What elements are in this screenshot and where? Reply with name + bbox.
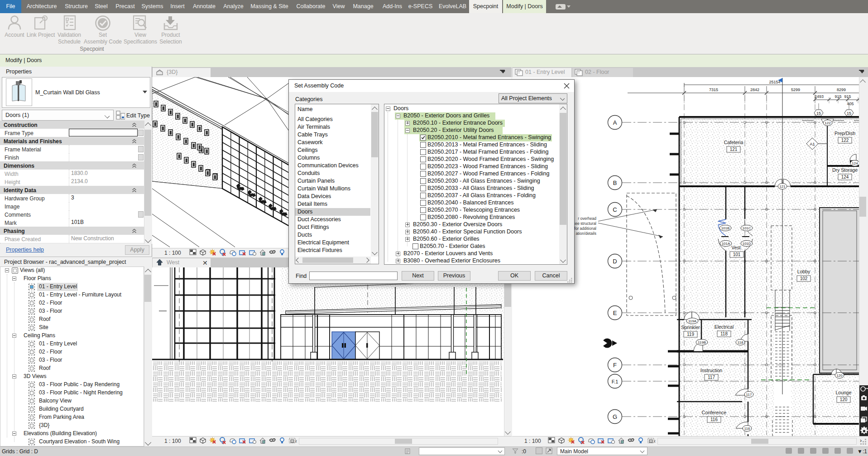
svg-text:915: 915 xyxy=(844,94,851,99)
svg-text:5299: 5299 xyxy=(791,87,800,92)
svg-text:2493: 2493 xyxy=(815,94,824,99)
svg-text:Sprinkler: Sprinkler xyxy=(681,325,700,330)
svg-text:101B: 101B xyxy=(721,226,730,230)
svg-text:119A: 119A xyxy=(688,319,697,323)
svg-text:r overhead: r overhead xyxy=(578,216,596,221)
svg-text:F.1: F.1 xyxy=(612,379,619,384)
svg-text:Lounge: Lounge xyxy=(835,390,851,395)
svg-text:122: 122 xyxy=(841,138,849,143)
svg-text:120: 120 xyxy=(836,374,843,378)
svg-text:915: 915 xyxy=(834,94,841,99)
svg-text:B: B xyxy=(613,179,617,186)
svg-text:116: 116 xyxy=(710,417,718,422)
svg-text:122: 122 xyxy=(825,121,831,125)
svg-text:Instruction: Instruction xyxy=(700,368,723,373)
svg-text:124: 124 xyxy=(852,161,858,165)
svg-text:A1: A1 xyxy=(810,141,815,146)
svg-text:117: 117 xyxy=(708,375,715,380)
svg-text:E: E xyxy=(613,310,617,316)
svg-text:for additional: for additional xyxy=(574,226,596,231)
svg-text:7315: 7315 xyxy=(709,87,718,92)
svg-text:119: 119 xyxy=(687,332,694,337)
svg-text:Cafeteria: Cafeteria xyxy=(724,140,743,145)
svg-text:119B: 119B xyxy=(698,340,706,344)
svg-text:Vest.: Vest. xyxy=(731,245,742,250)
svg-text:405: 405 xyxy=(847,102,854,106)
svg-text:15: 15 xyxy=(847,111,851,116)
svg-text:8299: 8299 xyxy=(837,87,846,92)
svg-text:120: 120 xyxy=(840,397,848,402)
svg-text:F: F xyxy=(613,362,617,369)
svg-text:2842: 2842 xyxy=(750,87,759,92)
svg-text:101C: 101C xyxy=(742,226,751,230)
svg-text:Electrical: Electrical xyxy=(715,324,734,330)
svg-text:15: 15 xyxy=(816,111,821,116)
svg-text:101D: 101D xyxy=(742,242,751,246)
svg-text:Conference: Conference xyxy=(702,410,726,415)
svg-text:116: 116 xyxy=(744,427,750,431)
svg-text:25154: 25154 xyxy=(769,80,780,84)
svg-text:118: 118 xyxy=(720,331,728,336)
svg-text:A: A xyxy=(613,119,617,126)
svg-text:101A: 101A xyxy=(722,242,730,246)
svg-text:ation/details: ation/details xyxy=(576,231,596,236)
svg-text:D: D xyxy=(613,258,617,265)
svg-text:117: 117 xyxy=(746,393,752,397)
svg-text:121: 121 xyxy=(730,147,738,152)
svg-text:Dry Storage: Dry Storage xyxy=(832,167,858,173)
svg-text:Lobby: Lobby xyxy=(797,269,810,274)
svg-text:124: 124 xyxy=(841,175,849,179)
svg-text:101: 101 xyxy=(733,252,741,257)
svg-text:G: G xyxy=(613,413,617,420)
svg-text:102: 102 xyxy=(800,276,808,281)
svg-text:121: 121 xyxy=(779,184,786,189)
svg-text:C: C xyxy=(613,206,617,213)
svg-text:118: 118 xyxy=(738,340,743,344)
svg-text:Prep/Dish: Prep/Dish xyxy=(834,131,855,136)
